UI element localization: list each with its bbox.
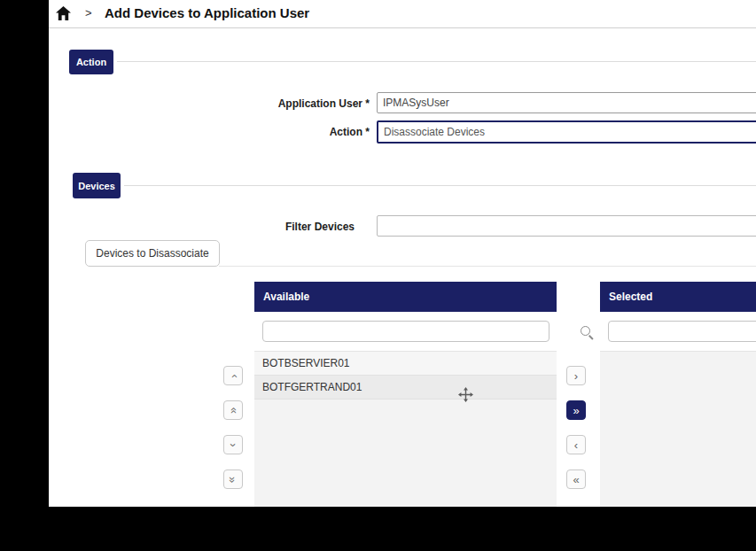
- action-label: Action *: [199, 126, 370, 138]
- chevron-left-icon: [574, 439, 578, 451]
- chevron-up-button[interactable]: [223, 366, 243, 385]
- search-icon: [581, 326, 590, 336]
- section-badge-devices: Devices: [73, 173, 121, 198]
- breadcrumb-separator: >: [85, 6, 92, 19]
- section-divider: [124, 185, 756, 186]
- move-left-button[interactable]: [566, 435, 586, 454]
- available-list: BOTBSERVIER01 BOTFGERTRAND01: [254, 351, 557, 507]
- group-border-line: [219, 266, 756, 267]
- chevron-double-up-button[interactable]: [223, 400, 243, 420]
- chevron-double-right-icon: [573, 405, 579, 416]
- chevron-right-icon: [574, 370, 578, 382]
- chevron-double-up-icon: [227, 407, 238, 413]
- list-item[interactable]: BOTBSERVIER01: [254, 352, 557, 376]
- section-badge-action: Action: [69, 50, 113, 74]
- app-window: > Add Devices to Application User Action…: [49, 0, 756, 507]
- application-user-label: Application User *: [199, 97, 370, 110]
- devices-group-label: Devices to Disassociate: [85, 240, 220, 267]
- filter-devices-label: Filter Devices: [182, 221, 355, 233]
- selected-list: [600, 351, 756, 507]
- available-search-input[interactable]: [262, 321, 549, 342]
- move-all-right-button[interactable]: [566, 400, 586, 420]
- move-cursor-icon: [458, 387, 473, 402]
- move-all-left-button[interactable]: [566, 470, 586, 489]
- chevron-double-down-icon: [227, 476, 238, 482]
- available-panel-header: Available: [254, 282, 557, 312]
- action-select[interactable]: [377, 120, 756, 144]
- chevron-double-left-icon: [573, 474, 579, 485]
- selected-search-input[interactable]: [608, 321, 756, 342]
- page-title: Add Devices to Application User: [105, 5, 309, 20]
- chevron-down-button[interactable]: [223, 435, 243, 454]
- chevron-up-icon: [228, 374, 239, 377]
- chevron-double-down-button[interactable]: [223, 470, 243, 489]
- application-user-input[interactable]: [377, 92, 756, 113]
- chevron-down-icon: [228, 443, 239, 446]
- selected-panel-header: Selected: [600, 282, 756, 312]
- move-right-button[interactable]: [566, 366, 586, 385]
- section-divider: [117, 61, 756, 62]
- filter-devices-input[interactable]: [377, 215, 756, 237]
- list-item[interactable]: BOTFGERTRAND01: [254, 376, 557, 400]
- header-bar: > Add Devices to Application User: [49, 0, 756, 28]
- home-icon[interactable]: [56, 6, 71, 20]
